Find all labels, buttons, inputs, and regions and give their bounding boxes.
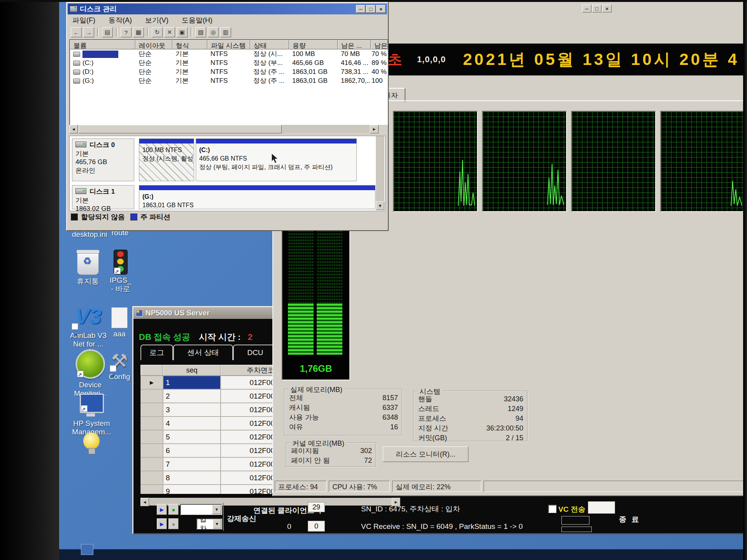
dm-vscrollbar[interactable]: ▼	[376, 136, 384, 210]
minimize-button[interactable]: ─	[582, 5, 591, 12]
dm-titlebar[interactable]: 디스크 관리 ─ □ ×	[68, 4, 387, 14]
chevron-down-icon[interactable]: ▼	[212, 505, 221, 514]
volume-row[interactable]: (D:)단순기본NTFS정상 (주 ...1863,01 GB738,31 ..…	[70, 67, 388, 76]
table-row[interactable]: 6012F00	[140, 444, 277, 457]
maximize-button[interactable]: □	[592, 5, 601, 12]
back-icon[interactable]: ←	[71, 27, 82, 37]
select-entry-mode[interactable]: 입차▼	[196, 518, 222, 529]
scroll-left-button[interactable]: ◄	[140, 498, 149, 506]
forward-icon[interactable]: →	[83, 27, 94, 37]
scroll-down-button[interactable]: ▼	[376, 201, 384, 210]
taskbar[interactable]	[0, 549, 747, 560]
status-lamp-off[interactable]: ●	[168, 518, 179, 529]
stat-label: 스레드	[418, 404, 439, 413]
menu-item[interactable]: 보기(V)	[145, 16, 168, 25]
help-icon[interactable]: ?	[121, 27, 132, 37]
window-controls: ─ □ ×	[356, 5, 386, 13]
table-row[interactable]: 4012F00	[140, 416, 277, 430]
second-counter-field[interactable]: 0	[308, 521, 325, 532]
properties-icon[interactable]: ▣	[177, 27, 188, 37]
menu-item[interactable]: 동작(A)	[109, 16, 132, 25]
resource-monitor-button[interactable]: 리소스 모니터(R)...	[383, 446, 468, 462]
column-header[interactable]: 형식	[172, 40, 207, 49]
search-icon[interactable]: ◎	[208, 27, 219, 37]
desktop-file-label[interactable]: desktop.ini	[72, 230, 107, 239]
dm-hscrollbar[interactable]: ◄ ►	[69, 125, 379, 133]
chevron-down-icon[interactable]: ▼	[213, 519, 221, 528]
scroll-right-button[interactable]: ►	[370, 125, 379, 133]
column-header-code[interactable]: 주차면코	[221, 365, 277, 376]
tab-dcu[interactable]: DCU	[233, 345, 277, 360]
column-header[interactable]: 상태	[250, 40, 289, 49]
stat-label: 전체	[289, 394, 303, 402]
wrench-icon: ⚒	[110, 350, 129, 372]
desktop-icon-hp-system[interactable]: HP System Managem...	[65, 394, 118, 436]
table-row[interactable]: 2012F00	[140, 389, 277, 403]
column-header[interactable]: 볼륨	[70, 40, 135, 49]
cell: 89 %	[371, 59, 388, 67]
column-header[interactable]: 레이아웃	[135, 40, 172, 49]
vc-receive-line: VC Receive : SN_ID = 6049 , ParkStatus =…	[361, 522, 523, 531]
cpu-trace	[730, 162, 743, 209]
disk0-partition-system[interactable]: 100 MB NTFS 정상 (시스템, 활성	[139, 138, 194, 181]
code-cell: 012F00	[221, 430, 277, 444]
parking-table[interactable]: seq주차면코▶1012F002012F003012F004012F005012…	[140, 365, 277, 494]
table-row[interactable]: 9012F00	[140, 485, 277, 494]
volume-row[interactable]: (C:)단순기본NTFS정상 (부...465,66 GB416,46 ...8…	[70, 58, 388, 67]
volume-row[interactable]: 단순기본NTFS정상 (시...100 MB70 MB70 %	[70, 49, 388, 58]
menu-item[interactable]: 도움말(H)	[182, 16, 212, 25]
datetime-value: 2021년 05월 13일 10시 20분 4	[463, 49, 739, 70]
send-button-1[interactable]: ▶	[157, 504, 167, 515]
tab-log[interactable]: 로그	[140, 345, 173, 360]
manage-icon[interactable]: ▥	[220, 27, 231, 37]
column-header[interactable]: 용량	[289, 40, 338, 49]
scroll-left-button[interactable]: ◄	[69, 125, 78, 133]
scroll-thumb[interactable]	[79, 125, 282, 133]
code-cell: 012F00	[221, 403, 277, 416]
cpu-history-graph-4	[660, 111, 745, 212]
table-row[interactable]: 5012F00	[140, 430, 277, 444]
taskbar-item-icon[interactable]	[81, 544, 93, 555]
close-button[interactable]: ×	[602, 5, 612, 12]
stat-value: 36:23:00:50	[486, 424, 523, 433]
select-empty[interactable]: ▼	[180, 504, 222, 515]
send-button-2[interactable]: ▶	[157, 518, 167, 529]
desktop-icon-config[interactable]: ⚒ Config	[102, 350, 137, 381]
column-header[interactable]: 남은 ...	[338, 40, 371, 49]
code-cell: 012F00	[221, 376, 277, 389]
console-tree-icon[interactable]: ▤	[102, 27, 113, 37]
cell: 기본	[172, 58, 207, 67]
table-row[interactable]: 7012F00	[140, 457, 277, 471]
status-lamp-on[interactable]: ●	[168, 504, 179, 515]
desktop: desktop.ini route 휴지통 IPGS_ - 바로 V3 AhnL…	[0, 0, 747, 560]
vc-input-field[interactable]	[588, 501, 615, 514]
table-row[interactable]: 8012F00	[140, 471, 277, 485]
disk1-partition-g[interactable]: (G:) 1863,01 GB NTFS	[139, 185, 375, 209]
led-clock-banner: 7 초 1,0,0,0 2021년 05월 13일 10시 20분 4	[373, 44, 744, 75]
window-title: NP5000 US Server	[146, 309, 210, 317]
list-view-icon[interactable]: ▦	[133, 27, 144, 37]
delete-icon[interactable]: ✕	[164, 27, 175, 37]
tab-sensor-status[interactable]: 센서 상태	[173, 345, 233, 360]
exit-button[interactable]: 종 료	[619, 514, 640, 525]
minimize-button[interactable]: ─	[356, 5, 365, 13]
column-header[interactable]: 남은	[371, 40, 388, 49]
desktop-icon-recycle-bin[interactable]: 휴지통	[69, 251, 107, 286]
table-row[interactable]: ▶1012F00	[140, 376, 277, 389]
open-icon[interactable]: ▧	[195, 27, 206, 37]
table-row[interactable]: 3012F00	[140, 403, 277, 416]
maximize-button[interactable]: □	[366, 5, 375, 13]
statusbar-cell	[484, 481, 746, 492]
close-button[interactable]: ×	[376, 5, 386, 13]
desktop-icon-bulb[interactable]	[76, 432, 107, 450]
vc-send-checkbox[interactable]	[548, 505, 556, 513]
volume-row[interactable]: (G:)단순기본NTFS정상 (주 ...1863,01 GB1862,70,.…	[70, 76, 388, 85]
column-header[interactable]: 파일 시스템	[207, 40, 250, 49]
volume-list[interactable]: 볼륨레이아웃형식파일 시스템상태용량남은 ...남은단순기본NTFS정상 (시.…	[69, 39, 388, 125]
desktop-icon-aaa[interactable]: aaa	[106, 307, 133, 338]
menu-item[interactable]: 파일(F)	[72, 16, 95, 25]
clients-count-field[interactable]: 29	[308, 502, 325, 512]
desktop-icon-ipgs[interactable]: IPGS_ - 바로	[102, 250, 139, 293]
column-header-seq[interactable]: seq	[163, 365, 221, 376]
refresh-icon[interactable]: ↻	[152, 27, 163, 37]
